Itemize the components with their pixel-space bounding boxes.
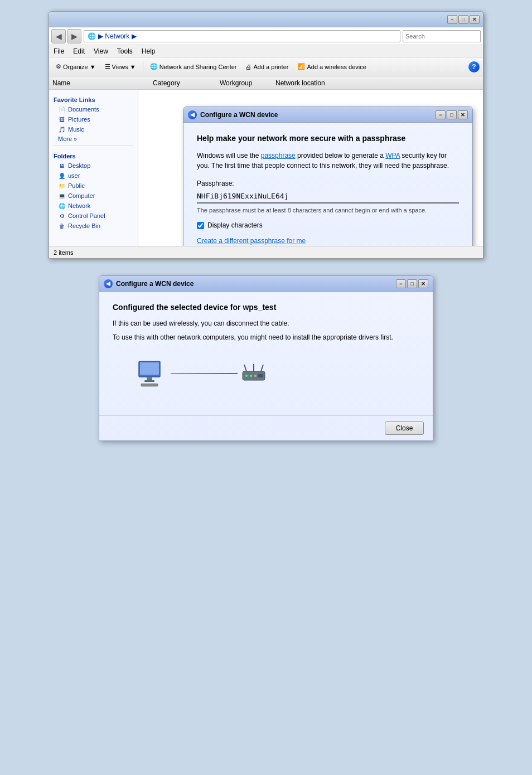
close-button[interactable]: ✕ xyxy=(470,15,480,24)
organize-icon: ⚙ xyxy=(56,63,61,70)
success-dialog-maximize-btn[interactable]: □ xyxy=(407,279,417,288)
dialog-minimize-button[interactable]: − xyxy=(436,110,446,119)
second-section: ◀ Configure a WCN device − □ ✕ Configure… xyxy=(99,275,433,441)
sidebar-item-computer-label: Computer xyxy=(68,192,95,199)
column-header: Name Category Workgroup Network location xyxy=(49,76,483,90)
sidebar-item-public-label: Public xyxy=(68,182,85,189)
sidebar-item-user-label: user xyxy=(68,172,80,179)
sidebar-item-computer[interactable]: 💻 Computer xyxy=(49,191,138,201)
sidebar-item-desktop[interactable]: 🖥 Desktop xyxy=(49,161,138,171)
sidebar-item-recycle-bin-label: Recycle Bin xyxy=(68,222,100,229)
col-name-header[interactable]: Name xyxy=(52,79,153,87)
svg-line-8 xyxy=(261,365,263,371)
display-characters-label: Display characters xyxy=(207,221,263,229)
music-icon: 🎵 xyxy=(58,125,66,133)
add-wireless-button[interactable]: 📶 Add a wireless device xyxy=(294,60,369,74)
sidebar-item-public[interactable]: 📁 Public xyxy=(49,181,138,191)
svg-rect-1 xyxy=(140,362,159,375)
wcn-passphrase-dialog: ◀ Configure a WCN device − □ ✕ Help make… xyxy=(183,106,473,246)
success-dialog-controls: − □ ✕ xyxy=(396,279,428,288)
menu-help[interactable]: Help xyxy=(139,46,158,56)
minimize-button[interactable]: − xyxy=(447,15,457,24)
sidebar-item-control-panel-label: Control Panel xyxy=(68,212,105,219)
dialog-links: Create a different passphrase for me Sho… xyxy=(197,237,459,246)
folders-title: Folders xyxy=(49,151,138,161)
help-button[interactable]: ? xyxy=(468,61,480,72)
passphrase-label: Passphrase: xyxy=(197,180,459,187)
success-heading: Configured the selected device for wps_t… xyxy=(113,303,419,312)
search-icon: 🔍 xyxy=(482,32,483,40)
svg-rect-4 xyxy=(141,384,158,386)
success-text1: If this can be used wirelessly, you can … xyxy=(113,318,419,329)
dialog-close-button[interactable]: ✕ xyxy=(458,110,468,119)
add-printer-button[interactable]: 🖨 Add a printer xyxy=(242,60,292,74)
sidebar-item-more-label: More » xyxy=(58,135,77,142)
col-category-header[interactable]: Category xyxy=(153,79,220,87)
documents-icon: 📄 xyxy=(58,105,66,113)
svg-point-11 xyxy=(254,375,257,377)
dialog-controls: − □ ✕ xyxy=(436,110,468,119)
passphrase-field: NHFiBj619NExxiNuLE64j xyxy=(197,190,459,204)
recycle-bin-icon: 🗑 xyxy=(58,222,66,230)
computer-device-icon xyxy=(135,360,168,388)
col-location-header[interactable]: Network location xyxy=(275,79,480,87)
toolbar: ⚙ Organize ▼ ☰ Views ▼ 🌐 Network and Sha… xyxy=(49,57,483,76)
passphrase-description: Windows will use the passphrase provided… xyxy=(197,151,459,171)
success-dialog-close-btn[interactable]: ✕ xyxy=(418,279,428,288)
col-workgroup-header[interactable]: Workgroup xyxy=(220,79,275,87)
display-characters-checkbox[interactable] xyxy=(197,222,204,229)
passphrase-heading: Help make your network more secure with … xyxy=(197,134,459,143)
success-dialog-icon: ◀ xyxy=(104,279,113,288)
sidebar-item-network[interactable]: 🌐 Network xyxy=(49,201,138,211)
address-bar: ◀ ▶ 🌐 ▶ Network ▶ 🔍 xyxy=(49,27,483,45)
sidebar-item-recycle-bin[interactable]: 🗑 Recycle Bin xyxy=(49,221,138,231)
network-icon: 🌐 xyxy=(150,63,158,70)
title-bar-controls: − □ ✕ xyxy=(447,15,480,24)
passphrase-hint: The passphrase must be at least 8 charac… xyxy=(197,207,459,214)
status-bar: 2 items xyxy=(49,246,483,258)
desktop-icon: 🖥 xyxy=(58,162,66,169)
passphrase-link[interactable]: passphrase xyxy=(261,152,296,159)
search-input[interactable] xyxy=(405,33,482,40)
menu-view[interactable]: View xyxy=(91,46,110,56)
computer-icon: 💻 xyxy=(58,192,66,200)
maximize-button[interactable]: □ xyxy=(458,15,468,24)
sidebar-item-documents[interactable]: 📄 Documents xyxy=(49,104,138,114)
success-dialog-minimize-btn[interactable]: − xyxy=(396,279,406,288)
menu-tools[interactable]: Tools xyxy=(115,46,135,56)
back-button[interactable]: ◀ xyxy=(51,29,66,43)
create-different-passphrase-link[interactable]: Create a different passphrase for me xyxy=(197,237,459,245)
user-icon: 👤 xyxy=(58,172,66,180)
wireless-icon: 📶 xyxy=(297,63,305,70)
connection-line xyxy=(171,373,238,374)
nav-buttons: ◀ ▶ xyxy=(51,29,81,43)
dialog-title-icon: ◀ xyxy=(188,110,197,119)
svg-rect-3 xyxy=(144,380,154,382)
sidebar-item-more[interactable]: More » xyxy=(49,134,138,143)
wpa-link[interactable]: WPA xyxy=(385,152,400,159)
success-dialog-body: Configured the selected device for wps_t… xyxy=(99,292,433,415)
sidebar-item-pictures[interactable]: 🖼 Pictures xyxy=(49,114,138,124)
forward-button[interactable]: ▶ xyxy=(67,29,81,43)
title-bar: − □ ✕ xyxy=(49,12,483,27)
favorite-links-title: Favorite Links xyxy=(49,94,138,104)
menu-file[interactable]: File xyxy=(51,46,66,56)
breadcrumb[interactable]: 🌐 ▶ Network ▶ xyxy=(84,30,400,42)
close-button[interactable]: Close xyxy=(385,422,424,435)
organize-button[interactable]: ⚙ Organize ▼ xyxy=(52,60,99,74)
device-connection-visual xyxy=(135,360,419,388)
explorer-window: − □ ✕ ◀ ▶ 🌐 ▶ Network ▶ 🔍 File Edit View… xyxy=(49,11,483,259)
dialog-maximize-button[interactable]: □ xyxy=(447,110,457,119)
sidebar-item-user[interactable]: 👤 user xyxy=(49,171,138,181)
network-sharing-button[interactable]: 🌐 Network and Sharing Center xyxy=(147,60,240,74)
sidebar-item-music[interactable]: 🎵 Music xyxy=(49,124,138,134)
explorer-content: Favorite Links 📄 Documents 🖼 Pictures 🎵 … xyxy=(49,90,483,246)
wcn-success-dialog: ◀ Configure a WCN device − □ ✕ Configure… xyxy=(99,275,433,441)
sidebar-item-desktop-label: Desktop xyxy=(68,162,90,169)
menu-edit[interactable]: Edit xyxy=(71,46,87,56)
success-text2: To use this with other network computers… xyxy=(113,332,419,343)
views-button[interactable]: ☰ Views ▼ xyxy=(101,60,139,74)
sidebar-item-control-panel[interactable]: ⚙ Control Panel xyxy=(49,211,138,221)
dialog-title: ◀ Configure a WCN device xyxy=(188,110,278,119)
svg-rect-12 xyxy=(258,374,263,377)
